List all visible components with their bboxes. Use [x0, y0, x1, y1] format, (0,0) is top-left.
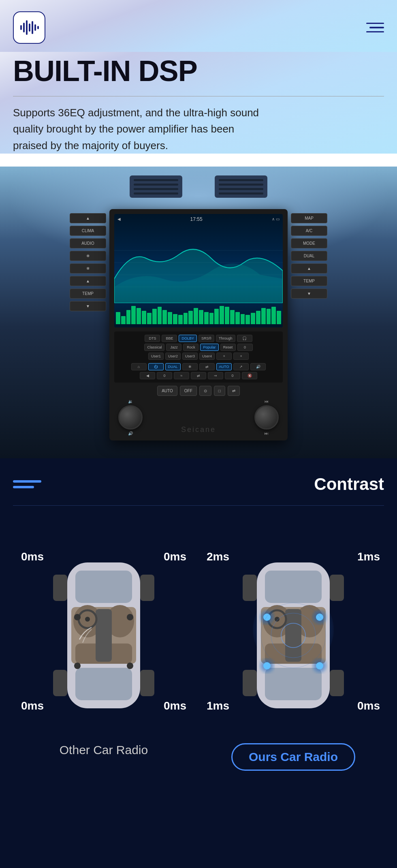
fan3-button[interactable]: ⇌ [191, 372, 206, 379]
auto-btn[interactable]: AUTO [157, 386, 177, 396]
contrast-section: Contrast 0ms 0ms 0ms 0ms [0, 458, 397, 868]
hamburger-menu-button[interactable] [366, 23, 384, 33]
other-top-left-ms: 0ms [21, 550, 44, 563]
cycle-button[interactable]: ⇌ [199, 363, 215, 370]
logo [13, 11, 45, 44]
audio-button[interactable]: AUDIO [70, 238, 106, 248]
seat-button[interactable]: ≈ [174, 372, 189, 379]
temp-label-right: TEMP [291, 276, 327, 286]
svg-rect-23 [53, 670, 67, 696]
screen-time: 17:55 [190, 216, 203, 222]
left-knob[interactable] [118, 405, 143, 430]
hero-description: Supports 36EQ adjustment, and the ultra-… [13, 105, 264, 154]
power-button[interactable]: ⏻ [148, 363, 164, 370]
add2-button[interactable]: + [233, 353, 249, 360]
dolby-button[interactable]: DOLBY [179, 335, 197, 342]
map-button[interactable]: MAP [291, 213, 327, 223]
recycle-btn[interactable]: ⇌ [228, 386, 240, 396]
vol-button[interactable]: 🔊 [250, 363, 266, 370]
contrast-line-2 [13, 486, 34, 488]
user2-button[interactable]: User2 [165, 353, 181, 360]
radio-panel-area: ▲ CLIMA AUDIO ❄ ❄ ▲ TEMP ▼ ◀ 17:55 ∧ ▭ [70, 209, 327, 440]
up-btn-right[interactable]: ▲ [291, 263, 327, 274]
ac-button[interactable]: A/C [291, 226, 327, 236]
svg-rect-40 [330, 575, 344, 601]
srs-button[interactable]: SRS® [198, 335, 214, 342]
mode-button[interactable]: MODE [291, 238, 327, 248]
svg-point-46 [316, 614, 323, 621]
zero2-button[interactable]: 0 [157, 372, 172, 379]
zero3-button[interactable]: 0 [225, 372, 240, 379]
user4-button[interactable]: User4 [199, 353, 215, 360]
contrast-line-1 [13, 480, 41, 483]
svg-rect-41 [243, 670, 257, 696]
dts-button[interactable]: DTS [145, 335, 160, 342]
through-button[interactable]: Through [216, 335, 235, 342]
user1-button[interactable]: User1 [148, 353, 164, 360]
back-button[interactable]: ◀ [140, 372, 155, 379]
dual-button[interactable]: DUAL [165, 363, 181, 370]
other-car-svg [51, 550, 156, 712]
dsp-row-2: Classical Jazz Rock Popular Reset 0 [117, 344, 280, 351]
left-side-buttons: ▲ CLIMA AUDIO ❄ ❄ ▲ TEMP ▼ [70, 213, 106, 311]
svg-point-44 [263, 614, 271, 621]
user3-button[interactable]: User3 [182, 353, 198, 360]
home-button[interactable]: ⌂ [131, 363, 147, 370]
ours-car-radio-button[interactable]: Ours Car Radio [231, 743, 355, 771]
mute-button[interactable]: 🔇 [242, 372, 257, 379]
fan4-button[interactable]: ⇒ [208, 372, 223, 379]
svg-rect-4 [32, 21, 33, 34]
snowflake-button[interactable]: ❄ [182, 363, 198, 370]
vent-left [130, 175, 182, 198]
screen-arrow: ◀ [117, 217, 121, 221]
contrast-title: Contrast [314, 475, 384, 494]
classical-button[interactable]: Classical [144, 344, 164, 351]
right-knob[interactable] [254, 405, 279, 430]
svg-point-25 [74, 614, 81, 620]
svg-rect-13 [75, 668, 132, 700]
svg-rect-39 [243, 575, 257, 601]
other-bottom-left-ms: 0ms [21, 699, 44, 712]
skip-fwd-icon: ⏭ [265, 431, 269, 436]
svg-point-48 [263, 662, 271, 669]
contrast-lines-icon [13, 480, 41, 488]
defrost-btn[interactable]: ⊙ [199, 386, 211, 396]
dashboard-image: ▲ CLIMA AUDIO ❄ ❄ ▲ TEMP ▼ ◀ 17:55 ∧ ▭ [0, 167, 397, 458]
off-btn[interactable]: OFF [180, 386, 197, 396]
screen-icons: ∧ ▭ [272, 217, 280, 221]
curve-button[interactable]: ↗ [233, 363, 249, 370]
rock-button[interactable]: Rock [183, 344, 198, 351]
jazz-button[interactable]: Jazz [166, 344, 181, 351]
svg-rect-42 [330, 670, 344, 696]
dual-btn[interactable]: DUAL [291, 251, 327, 261]
add-button[interactable]: + [216, 353, 232, 360]
svg-rect-21 [53, 575, 67, 601]
fan2-button[interactable]: ❄ [70, 263, 106, 274]
dsp-row-1: DTS BBE DOLBY SRS® Through 🎧 [117, 335, 280, 342]
fan-button[interactable]: ❄ [70, 251, 106, 261]
bbe-button[interactable]: BBE [162, 335, 177, 342]
ours-bottom-left-ms: 1ms [207, 699, 229, 712]
rear-btn[interactable]: □ [214, 386, 225, 396]
clima-button[interactable]: CLIMA [70, 226, 106, 236]
ours-bottom-right-ms: 0ms [357, 699, 380, 712]
hero-divider [13, 96, 384, 96]
svg-rect-36 [285, 609, 301, 662]
down-button-left[interactable]: ▼ [70, 301, 106, 311]
headphone-button[interactable]: 🎧 [237, 335, 252, 342]
svg-point-28 [127, 663, 133, 669]
alert-button[interactable]: ▲ [70, 213, 106, 223]
header [0, 0, 397, 52]
svg-rect-30 [265, 571, 322, 603]
reset-button[interactable]: Reset [220, 344, 236, 351]
svg-rect-31 [265, 668, 322, 700]
ours-car-side: 2ms 1ms 1ms 0ms [203, 526, 384, 771]
zero-button[interactable]: 0 [237, 344, 253, 351]
up-button[interactable]: ▲ [70, 276, 106, 286]
auto-text-button[interactable]: AUTO [216, 363, 232, 370]
ours-car-svg [241, 550, 346, 712]
svg-rect-24 [140, 670, 154, 696]
svg-point-26 [127, 614, 133, 620]
popular-button[interactable]: Popular [200, 344, 218, 351]
down-btn-right[interactable]: ▼ [291, 289, 327, 299]
